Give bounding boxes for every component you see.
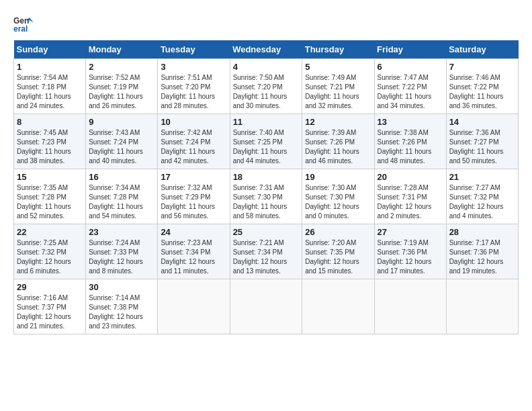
calendar-cell: 16Sunrise: 7:34 AMSunset: 7:28 PMDayligh… [86,169,158,224]
day-info: Sunrise: 7:39 AMSunset: 7:26 PMDaylight:… [305,129,359,165]
calendar-cell: 5Sunrise: 7:49 AMSunset: 7:21 PMDaylight… [302,59,374,114]
logo-icon: Gen eral [13,13,34,34]
calendar-cell: 27Sunrise: 7:19 AMSunset: 7:36 PMDayligh… [374,224,446,279]
calendar-cell: 20Sunrise: 7:28 AMSunset: 7:31 PMDayligh… [374,169,446,224]
calendar-cell: 19Sunrise: 7:30 AMSunset: 7:30 PMDayligh… [302,169,374,224]
calendar-cell: 6Sunrise: 7:47 AMSunset: 7:22 PMDaylight… [374,59,446,114]
calendar-cell: 23Sunrise: 7:24 AMSunset: 7:33 PMDayligh… [86,224,158,279]
day-number: 1 [17,62,83,72]
calendar-cell: 17Sunrise: 7:32 AMSunset: 7:29 PMDayligh… [158,169,230,224]
day-number: 22 [17,227,83,237]
day-number: 7 [449,62,515,72]
day-info: Sunrise: 7:31 AMSunset: 7:30 PMDaylight:… [233,184,287,220]
day-info: Sunrise: 7:28 AMSunset: 7:31 PMDaylight:… [378,184,432,220]
day-number: 17 [161,172,226,182]
calendar-cell: 13Sunrise: 7:38 AMSunset: 7:26 PMDayligh… [374,114,446,169]
day-number: 13 [378,117,443,127]
day-number: 6 [378,62,443,72]
calendar-cell: 11Sunrise: 7:40 AMSunset: 7:25 PMDayligh… [230,114,302,169]
calendar-cell: 14Sunrise: 7:36 AMSunset: 7:27 PMDayligh… [446,114,518,169]
calendar-cell [302,279,374,334]
calendar-cell: 1Sunrise: 7:54 AMSunset: 7:18 PMDaylight… [14,59,86,114]
day-number: 15 [17,172,83,182]
day-info: Sunrise: 7:17 AMSunset: 7:36 PMDaylight:… [449,239,504,275]
day-info: Sunrise: 7:46 AMSunset: 7:22 PMDaylight:… [449,74,504,109]
calendar-cell: 4Sunrise: 7:50 AMSunset: 7:20 PMDaylight… [230,59,302,114]
calendar-cell: 15Sunrise: 7:35 AMSunset: 7:28 PMDayligh… [14,169,86,224]
day-number: 18 [233,172,300,182]
day-number: 29 [17,282,83,292]
day-number: 28 [449,227,515,237]
day-number: 20 [378,172,443,182]
calendar-cell: 25Sunrise: 7:21 AMSunset: 7:34 PMDayligh… [230,224,302,279]
day-info: Sunrise: 7:21 AMSunset: 7:34 PMDaylight:… [233,239,287,275]
calendar-cell [374,279,446,334]
calendar-cell: 24Sunrise: 7:23 AMSunset: 7:34 PMDayligh… [158,224,230,279]
day-number: 26 [305,227,371,237]
day-info: Sunrise: 7:43 AMSunset: 7:24 PMDaylight:… [89,129,143,165]
svg-text:eral: eral [13,24,28,34]
day-number: 30 [89,282,154,292]
day-number: 14 [449,117,515,127]
day-number: 10 [161,117,226,127]
day-info: Sunrise: 7:49 AMSunset: 7:21 PMDaylight:… [305,74,359,109]
calendar-cell: 2Sunrise: 7:52 AMSunset: 7:19 PMDaylight… [86,59,158,114]
day-info: Sunrise: 7:40 AMSunset: 7:25 PMDaylight:… [233,129,287,165]
day-number: 3 [161,62,226,72]
calendar-cell: 28Sunrise: 7:17 AMSunset: 7:36 PMDayligh… [446,224,518,279]
day-info: Sunrise: 7:16 AMSunset: 7:37 PMDaylight:… [17,294,71,330]
calendar-cell: 10Sunrise: 7:42 AMSunset: 7:24 PMDayligh… [158,114,230,169]
day-info: Sunrise: 7:20 AMSunset: 7:35 PMDaylight:… [305,239,359,275]
calendar-cell: 29Sunrise: 7:16 AMSunset: 7:37 PMDayligh… [14,279,86,334]
weekday-header-thursday: Thursday [302,40,374,59]
day-info: Sunrise: 7:34 AMSunset: 7:28 PMDaylight:… [89,184,143,220]
day-info: Sunrise: 7:14 AMSunset: 7:38 PMDaylight:… [89,294,143,330]
day-info: Sunrise: 7:32 AMSunset: 7:29 PMDaylight:… [161,184,215,220]
day-info: Sunrise: 7:27 AMSunset: 7:32 PMDaylight:… [449,184,504,220]
day-info: Sunrise: 7:51 AMSunset: 7:20 PMDaylight:… [161,74,215,109]
day-number: 2 [89,62,154,72]
calendar-cell [158,279,230,334]
day-info: Sunrise: 7:23 AMSunset: 7:34 PMDaylight:… [161,239,215,275]
weekday-header-monday: Monday [86,40,158,59]
day-number: 27 [378,227,443,237]
day-info: Sunrise: 7:25 AMSunset: 7:32 PMDaylight:… [17,239,71,275]
calendar-cell: 26Sunrise: 7:20 AMSunset: 7:35 PMDayligh… [302,224,374,279]
day-number: 12 [305,117,371,127]
logo: Gen eral [13,13,36,34]
day-info: Sunrise: 7:24 AMSunset: 7:33 PMDaylight:… [89,239,143,275]
calendar-cell: 8Sunrise: 7:45 AMSunset: 7:23 PMDaylight… [14,114,86,169]
day-info: Sunrise: 7:42 AMSunset: 7:24 PMDaylight:… [161,129,215,165]
day-number: 9 [89,117,154,127]
day-number: 5 [305,62,371,72]
weekday-header-sunday: Sunday [14,40,86,59]
calendar-cell: 21Sunrise: 7:27 AMSunset: 7:32 PMDayligh… [446,169,518,224]
calendar-cell: 30Sunrise: 7:14 AMSunset: 7:38 PMDayligh… [86,279,158,334]
calendar-cell: 3Sunrise: 7:51 AMSunset: 7:20 PMDaylight… [158,59,230,114]
day-number: 8 [17,117,83,127]
day-number: 11 [233,117,300,127]
page-header: Gen eral [13,13,519,34]
day-info: Sunrise: 7:52 AMSunset: 7:19 PMDaylight:… [89,74,143,109]
weekday-header-saturday: Saturday [446,40,518,59]
day-info: Sunrise: 7:47 AMSunset: 7:22 PMDaylight:… [378,74,432,109]
calendar-cell: 18Sunrise: 7:31 AMSunset: 7:30 PMDayligh… [230,169,302,224]
day-number: 16 [89,172,154,182]
day-info: Sunrise: 7:45 AMSunset: 7:23 PMDaylight:… [17,129,71,165]
day-number: 21 [449,172,515,182]
weekday-header-tuesday: Tuesday [158,40,230,59]
calendar-cell [230,279,302,334]
weekday-header-wednesday: Wednesday [230,40,302,59]
day-info: Sunrise: 7:50 AMSunset: 7:20 PMDaylight:… [233,74,287,109]
day-number: 24 [161,227,226,237]
calendar-cell [446,279,518,334]
day-info: Sunrise: 7:30 AMSunset: 7:30 PMDaylight:… [305,184,359,220]
day-number: 25 [233,227,300,237]
day-info: Sunrise: 7:38 AMSunset: 7:26 PMDaylight:… [378,129,432,165]
day-info: Sunrise: 7:36 AMSunset: 7:27 PMDaylight:… [449,129,504,165]
day-info: Sunrise: 7:54 AMSunset: 7:18 PMDaylight:… [17,74,71,109]
day-number: 4 [233,62,300,72]
calendar-cell: 22Sunrise: 7:25 AMSunset: 7:32 PMDayligh… [14,224,86,279]
calendar-cell: 12Sunrise: 7:39 AMSunset: 7:26 PMDayligh… [302,114,374,169]
calendar-cell: 7Sunrise: 7:46 AMSunset: 7:22 PMDaylight… [446,59,518,114]
